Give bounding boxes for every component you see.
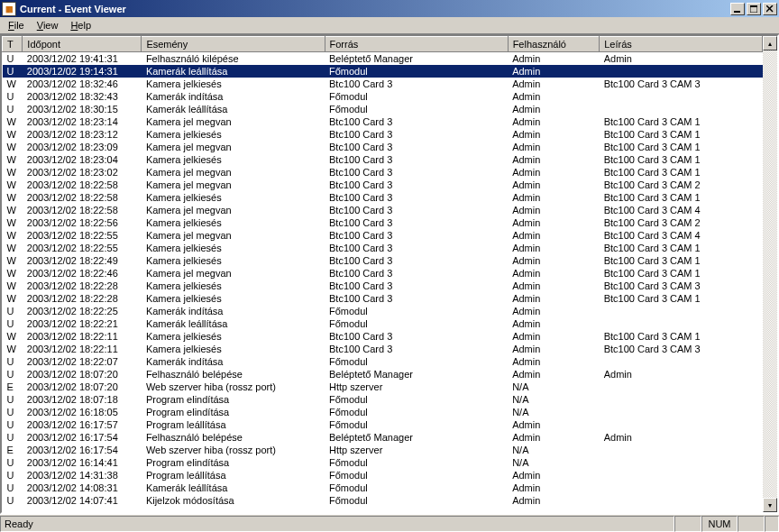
table-row[interactable]: W2003/12/02 18:22:58Kamera jelkiesésBtc1… [3,191,763,204]
table-row[interactable]: U2003/12/02 18:32:43Kamerák indításaFőmo… [3,90,763,103]
content-area: T Időpont Esemény Forrás Felhasználó Leí… [0,34,779,514]
table-row[interactable]: U2003/12/02 14:08:31Kamerák leállításaFő… [3,482,763,494]
cell-source: Btc100 Card 3 [325,343,508,355]
cell-t: W [3,166,23,179]
cell-time: 2003/12/02 18:22:25 [23,305,142,317]
menu-view[interactable]: View [31,18,65,32]
cell-desc: Admin [600,52,763,66]
cell-desc [600,393,763,406]
cell-t: U [3,406,23,418]
cell-user: Admin [508,166,600,179]
cell-user: Admin [508,317,600,330]
cell-time: 2003/12/02 18:22:46 [23,267,142,280]
cell-user: Admin [508,229,600,242]
table-row[interactable]: U2003/12/02 19:14:31Kamerák leállításaFő… [3,65,763,78]
close-button[interactable] [763,3,777,15]
cell-event: Kamerák indítása [142,90,325,103]
table-row[interactable]: W2003/12/02 18:22:55Kamera jelkiesésBtc1… [3,242,763,254]
cell-desc [600,494,763,507]
cell-user: Admin [508,469,600,482]
table-row[interactable]: W2003/12/02 18:22:46Kamera jel megvanBtc… [3,267,763,280]
menu-help[interactable]: Help [64,18,97,32]
cell-t: W [3,254,23,267]
cell-t: U [3,317,23,330]
table-row[interactable]: U2003/12/02 18:07:18Program elindításaFő… [3,393,763,406]
cell-desc [600,355,763,368]
cell-time: 2003/12/02 18:22:58 [23,179,142,191]
table-row[interactable]: W2003/12/02 18:23:09Kamera jel megvanBtc… [3,141,763,153]
cell-event: Program elindítása [142,393,325,406]
cell-t: W [3,128,23,141]
table-row[interactable]: W2003/12/02 18:22:49Kamera jelkiesésBtc1… [3,254,763,267]
col-header-user[interactable]: Felhasználó [508,37,600,52]
table-row[interactable]: W2003/12/02 18:22:28Kamera jelkiesésBtc1… [3,280,763,292]
cell-user: N/A [508,393,600,406]
col-header-desc[interactable]: Leírás [600,37,763,52]
cell-event: Program leállítása [142,418,325,431]
cell-source: Főmodul [325,469,508,482]
table-row[interactable]: U2003/12/02 18:30:15Kamerák leállításaFő… [3,103,763,115]
table-row[interactable]: U2003/12/02 16:17:57Program leállításaFő… [3,418,763,431]
cell-source: Főmodul [325,305,508,317]
cell-user: Admin [508,418,600,431]
scroll-down-button[interactable]: ▾ [763,498,777,512]
scroll-up-button[interactable]: ▴ [763,36,777,50]
table-row[interactable]: W2003/12/02 18:22:56Kamera jelkiesésBtc1… [3,216,763,229]
table-row[interactable]: W2003/12/02 18:23:04Kamera jelkiesésBtc1… [3,153,763,166]
table-row[interactable]: W2003/12/02 18:32:46Kamera jelkiesésBtc1… [3,78,763,90]
table-row[interactable]: U2003/12/02 14:31:38Program leállításaFő… [3,469,763,482]
cell-t: W [3,280,23,292]
table-row[interactable]: W2003/12/02 18:22:11Kamera jelkiesésBtc1… [3,343,763,355]
table-row[interactable]: U2003/12/02 18:07:20Felhasználó belépése… [3,368,763,381]
cell-time: 2003/12/02 18:22:07 [23,355,142,368]
cell-t: E [3,444,23,456]
col-header-source[interactable]: Forrás [325,37,508,52]
cell-user: Admin [508,494,600,507]
resize-grip[interactable] [765,516,779,532]
menu-file[interactable]: File [2,18,31,32]
table-row[interactable]: W2003/12/02 18:23:02Kamera jel megvanBtc… [3,166,763,179]
table-row[interactable]: W2003/12/02 18:23:12Kamera jelkiesésBtc1… [3,128,763,141]
column-headers: T Időpont Esemény Forrás Felhasználó Leí… [3,37,763,52]
table-row[interactable]: U2003/12/02 14:07:41Kijelzok módosításaF… [3,494,763,507]
table-row[interactable]: E2003/12/02 18:07:20Web szerver hiba (ro… [3,381,763,393]
scroll-track[interactable] [763,50,777,498]
cell-time: 2003/12/02 18:07:20 [23,381,142,393]
cell-time: 2003/12/02 18:22:21 [23,317,142,330]
minimize-button[interactable] [730,3,745,15]
table-row[interactable]: U2003/12/02 16:17:54Felhasználó belépése… [3,431,763,444]
cell-source: Btc100 Card 3 [325,267,508,280]
table-row[interactable]: U2003/12/02 18:22:07Kamerák indításaFőmo… [3,355,763,368]
col-header-event[interactable]: Esemény [142,37,325,52]
cell-source: Btc100 Card 3 [325,128,508,141]
cell-user: N/A [508,444,600,456]
maximize-button[interactable] [747,3,761,15]
table-row[interactable]: E2003/12/02 16:17:54Web szerver hiba (ro… [3,444,763,456]
cell-event: Kamerák leállítása [142,103,325,115]
cell-user: Admin [508,355,600,368]
cell-desc: Btc100 Card 3 CAM 1 [600,115,763,128]
table-row[interactable]: W2003/12/02 18:22:58Kamera jel megvanBtc… [3,179,763,191]
cell-user: Admin [508,65,600,78]
table-row[interactable]: U2003/12/02 16:18:05Program elindításaFő… [3,406,763,418]
cell-user: Admin [508,292,600,305]
table-row[interactable]: W2003/12/02 18:22:58Kamera jel megvanBtc… [3,204,763,216]
col-header-time[interactable]: Időpont [23,37,142,52]
cell-source: Btc100 Card 3 [325,292,508,305]
window-title: Current - Event Viewer [20,4,729,14]
table-row[interactable]: U2003/12/02 18:22:21Kamerák leállításaFő… [3,317,763,330]
col-header-type[interactable]: T [3,37,23,52]
cell-t: E [3,381,23,393]
table-row[interactable]: U2003/12/02 16:14:41Program elindításaFő… [3,456,763,469]
table-row[interactable]: W2003/12/02 18:22:28Kamera jelkiesésBtc1… [3,292,763,305]
table-row[interactable]: W2003/12/02 18:22:55Kamera jel megvanBtc… [3,229,763,242]
vertical-scrollbar[interactable]: ▴ ▾ [763,36,777,512]
cell-source: Http szerver [325,444,508,456]
table-row[interactable]: U2003/12/02 19:41:31Felhasználó kilépése… [3,52,763,66]
cell-t: U [3,456,23,469]
table-row[interactable]: W2003/12/02 18:22:11Kamera jelkiesésBtc1… [3,330,763,343]
table-row[interactable]: U2003/12/02 18:22:25Kamerák indításaFőmo… [3,305,763,317]
cell-desc: Btc100 Card 3 CAM 1 [600,242,763,254]
cell-event: Kamera jel megvan [142,141,325,153]
table-row[interactable]: W2003/12/02 18:23:14Kamera jel megvanBtc… [3,115,763,128]
